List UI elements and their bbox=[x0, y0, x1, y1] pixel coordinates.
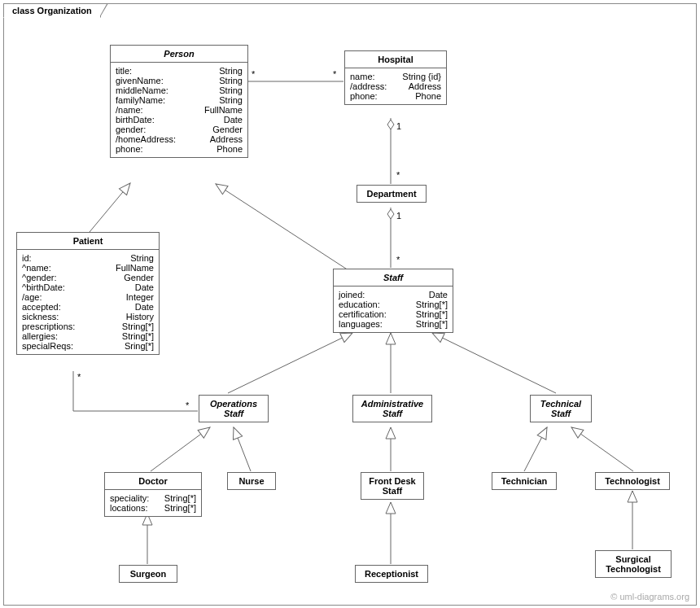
svg-line-3 bbox=[90, 183, 130, 232]
attr-row: title:String bbox=[116, 66, 243, 76]
attr-row: id:String bbox=[22, 253, 154, 263]
attr-row: ^birthDate:Date bbox=[22, 282, 154, 292]
attr-row: phone:Phone bbox=[350, 91, 441, 101]
class-attrs: name:String {id}/address:Addressphone:Ph… bbox=[345, 68, 446, 104]
attr-row: /name:FullName bbox=[116, 105, 243, 115]
attr-row: prescriptions:String[*] bbox=[22, 321, 154, 331]
class-doctor: Doctor speciality:String[*]locations:Str… bbox=[104, 472, 202, 517]
class-name: Surgical Technologist bbox=[596, 551, 671, 577]
attr-row: /address:Address bbox=[350, 81, 441, 91]
class-person: Person title:StringgivenName:Stringmiddl… bbox=[110, 45, 248, 158]
svg-line-9 bbox=[234, 427, 251, 471]
class-attrs: title:StringgivenName:StringmiddleName:S… bbox=[111, 63, 247, 157]
mult-dept-staff-b: * bbox=[396, 255, 400, 265]
class-name: Operations Staff bbox=[199, 396, 268, 422]
class-name: Surgeon bbox=[120, 566, 177, 582]
attr-row: accepted:Date bbox=[22, 302, 154, 312]
attr-row: locations:String[*] bbox=[110, 503, 196, 513]
attr-row: ^name:FullName bbox=[22, 263, 154, 273]
svg-line-7 bbox=[432, 333, 556, 393]
watermark: © uml-diagrams.org bbox=[610, 592, 689, 601]
svg-line-4 bbox=[216, 184, 348, 270]
attr-row: sickness:History bbox=[22, 312, 154, 321]
attr-row: birthDate:Date bbox=[116, 115, 243, 125]
class-attrs: joined:Dateeducation:String[*]certificat… bbox=[334, 287, 453, 332]
svg-line-11 bbox=[524, 427, 547, 471]
attr-row: phone:Phone bbox=[116, 144, 243, 154]
mult-hosp-dept-b: * bbox=[396, 170, 400, 180]
class-receptionist: Receptionist bbox=[355, 565, 428, 583]
class-name: Technician bbox=[492, 473, 556, 489]
class-staff: Staff joined:Dateeducation:String[*]cert… bbox=[333, 269, 453, 333]
attr-row: ^gender:Gender bbox=[22, 273, 154, 282]
class-attrs: id:String^name:FullName^gender:Gender^bi… bbox=[17, 250, 159, 354]
attr-row: specialReqs:Sring[*] bbox=[22, 341, 154, 351]
class-attrs: speciality:String[*]locations:String[*] bbox=[105, 490, 201, 516]
attr-row: name:String {id} bbox=[350, 72, 441, 81]
attr-row: education:String[*] bbox=[339, 300, 448, 309]
class-name: Doctor bbox=[105, 473, 201, 490]
attr-row: joined:Date bbox=[339, 290, 448, 300]
class-nurse: Nurse bbox=[227, 472, 276, 490]
class-front-desk-staff: Front Desk Staff bbox=[361, 472, 424, 500]
class-technical-staff: Technical Staff bbox=[530, 395, 592, 422]
attr-row: /age:Integer bbox=[22, 292, 154, 302]
attr-row: speciality:String[*] bbox=[110, 493, 196, 503]
class-name: Hospital bbox=[345, 51, 446, 68]
class-hospital: Hospital name:String {id}/address:Addres… bbox=[344, 50, 447, 105]
svg-line-8 bbox=[151, 427, 210, 471]
class-name: Staff bbox=[334, 269, 453, 287]
class-surgeon: Surgeon bbox=[119, 565, 177, 583]
class-name: Technical Staff bbox=[531, 396, 591, 422]
svg-line-5 bbox=[228, 333, 352, 393]
class-name: Front Desk Staff bbox=[361, 473, 423, 499]
class-name: Receptionist bbox=[356, 566, 427, 582]
class-name: Technologist bbox=[596, 473, 669, 489]
class-department: Department bbox=[357, 185, 427, 203]
class-technician: Technician bbox=[492, 472, 557, 490]
class-patient: Patient id:String^name:FullName^gender:G… bbox=[16, 232, 160, 355]
svg-line-12 bbox=[571, 427, 633, 471]
attr-row: middleName:String bbox=[116, 85, 243, 95]
attr-row: familyName:String bbox=[116, 95, 243, 105]
class-name: Department bbox=[357, 186, 426, 202]
class-surgical-technologist: Surgical Technologist bbox=[595, 550, 672, 578]
package-frame: class Organization bbox=[3, 3, 697, 606]
class-name: Nurse bbox=[228, 473, 275, 489]
class-operations-staff: Operations Staff bbox=[199, 395, 269, 422]
attr-row: languages:String[*] bbox=[339, 319, 448, 329]
class-name: Administrative Staff bbox=[353, 396, 431, 422]
attr-row: allergies:String[*] bbox=[22, 331, 154, 341]
mult-person-hospital-r: * bbox=[333, 69, 336, 79]
frame-title: class Organization bbox=[3, 3, 101, 18]
class-name: Person bbox=[111, 46, 247, 63]
mult-hosp-dept-t: 1 bbox=[396, 121, 401, 131]
mult-person-hospital-l: * bbox=[252, 69, 255, 79]
class-technologist: Technologist bbox=[595, 472, 670, 490]
attr-row: gender:Gender bbox=[116, 125, 243, 134]
mult-pat-ops-l: * bbox=[77, 372, 81, 382]
attr-row: givenName:String bbox=[116, 76, 243, 85]
attr-row: certification:String[*] bbox=[339, 309, 448, 319]
class-name: Patient bbox=[17, 233, 159, 250]
class-administrative-staff: Administrative Staff bbox=[352, 395, 432, 422]
attr-row: /homeAddress:Address bbox=[116, 134, 243, 144]
mult-dept-staff-t: 1 bbox=[396, 211, 401, 221]
mult-pat-ops-r: * bbox=[186, 400, 189, 410]
